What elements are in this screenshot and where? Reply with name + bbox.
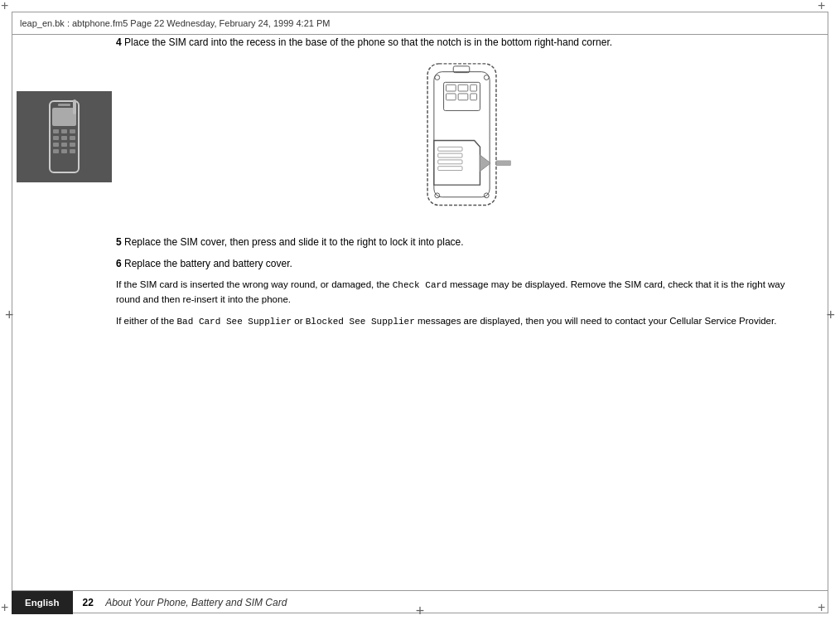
step-5-text: Replace the SIM cover, then press and sl… xyxy=(124,236,464,248)
paragraph-2: If either of the Bad Card See Supplier o… xyxy=(116,314,807,329)
svg-point-20 xyxy=(484,75,489,80)
step-6-num: 6 xyxy=(116,258,122,269)
svg-rect-9 xyxy=(61,143,67,147)
svg-point-19 xyxy=(434,75,439,80)
svg-rect-12 xyxy=(61,149,67,153)
svg-rect-8 xyxy=(53,143,59,147)
svg-rect-36 xyxy=(495,161,510,166)
svg-rect-29 xyxy=(470,94,476,100)
cross-mid-right: + xyxy=(826,307,835,324)
step-6-text: Replace the battery and battery cover. xyxy=(124,258,292,269)
page-header: leap_en.bk : abtphone.fm5 Page 22 Wednes… xyxy=(12,12,828,35)
svg-rect-11 xyxy=(53,149,59,153)
cross-mid-left: + xyxy=(5,307,14,324)
step-4: 4 Place the SIM card into the recess in … xyxy=(116,35,807,50)
step-4-num: 4 xyxy=(116,36,122,48)
language-label: English xyxy=(25,598,60,608)
svg-rect-6 xyxy=(61,136,67,140)
svg-rect-10 xyxy=(70,143,75,147)
footer-title: About Your Phone, Battery and SIM Card xyxy=(100,597,287,608)
svg-rect-24 xyxy=(446,85,456,91)
step-5-num: 5 xyxy=(116,236,122,248)
svg-rect-23 xyxy=(443,82,480,110)
code-check-card: Check Card xyxy=(393,280,447,290)
svg-rect-7 xyxy=(70,136,75,140)
sidebar-phone-image xyxy=(17,91,112,182)
sim-diagram xyxy=(402,60,522,221)
main-content: 4 Place the SIM card into the recess in … xyxy=(116,35,807,567)
paragraph-1: If the SIM card is inserted the wrong wa… xyxy=(116,278,807,308)
svg-marker-35 xyxy=(480,155,490,172)
step-4-text: Place the SIM card into the recess in th… xyxy=(124,36,612,48)
svg-rect-13 xyxy=(70,149,75,153)
code-bad-card: Bad Card See Supplier xyxy=(177,317,292,327)
svg-rect-4 xyxy=(70,129,75,133)
svg-rect-2 xyxy=(53,129,59,133)
header-text: leap_en.bk : abtphone.fm5 Page 22 Wednes… xyxy=(20,18,330,28)
step-6: 6 Replace the battery and battery cover. xyxy=(116,256,807,271)
svg-rect-5 xyxy=(53,136,59,140)
step-5: 5 Replace the SIM cover, then press and … xyxy=(116,235,807,250)
language-badge: English xyxy=(12,591,73,614)
svg-rect-15 xyxy=(58,104,70,106)
svg-rect-26 xyxy=(470,85,476,91)
page-footer: English 22 About Your Phone, Battery and… xyxy=(12,590,828,613)
svg-rect-1 xyxy=(52,108,76,126)
page-number: 22 xyxy=(83,597,94,608)
svg-rect-28 xyxy=(458,94,468,100)
svg-rect-3 xyxy=(61,129,67,133)
svg-rect-27 xyxy=(446,94,456,100)
svg-rect-25 xyxy=(458,85,468,91)
sim-diagram-container xyxy=(116,60,807,221)
svg-rect-14 xyxy=(73,99,76,114)
phone-icon xyxy=(41,99,87,174)
code-blocked: Blocked See Supplier xyxy=(306,317,415,327)
